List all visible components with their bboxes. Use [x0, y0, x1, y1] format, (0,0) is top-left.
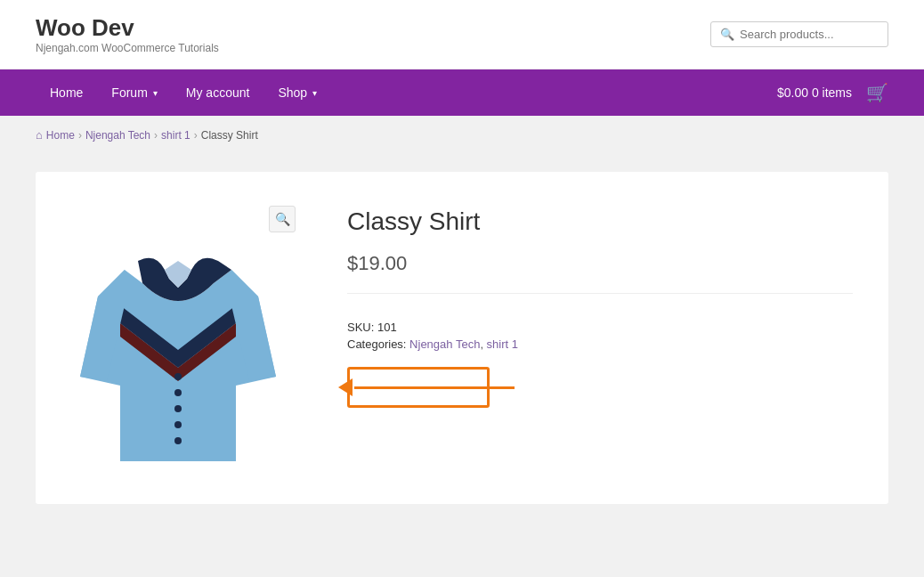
sku-value: 101 — [377, 321, 397, 334]
arrow-head-icon — [338, 378, 353, 396]
main-content: 🔍 — [0, 154, 924, 540]
nav-item-forum[interactable]: Forum ▾ — [97, 69, 171, 116]
site-header: Woo Dev Njengah.com WooCommerce Tutorial… — [0, 0, 924, 69]
categories-label: Categories: — [347, 337, 406, 351]
svg-point-1 — [174, 389, 182, 396]
product-card: 🔍 — [36, 172, 888, 504]
svg-point-3 — [174, 421, 182, 428]
cart-icon[interactable]: 🛒 — [866, 82, 888, 103]
search-form[interactable]: 🔍 — [710, 21, 888, 47]
site-title: Woo Dev — [36, 14, 219, 42]
annotation-arrow — [500, 378, 515, 396]
svg-point-2 — [174, 405, 182, 412]
breadcrumb-njengah-tech[interactable]: Njengah Tech — [85, 129, 150, 142]
product-title: Classy Shirt — [347, 207, 853, 236]
category-shirt1[interactable]: shirt 1 — [487, 337, 518, 351]
breadcrumb: ⌂ Home › Njengah Tech › shirt 1 › Classy… — [0, 116, 924, 154]
nav-item-home[interactable]: Home — [36, 69, 97, 116]
shop-chevron-icon: ▾ — [312, 88, 317, 98]
sku-row: SKU: 101 — [347, 321, 853, 334]
product-image-wrap: 🔍 — [71, 199, 303, 477]
category-njengah-tech[interactable]: Njengah Tech — [409, 337, 480, 351]
cart-area: $0.00 0 items 🛒 — [777, 82, 888, 103]
nav-item-myaccount[interactable]: My account — [172, 69, 264, 116]
home-icon: ⌂ — [36, 128, 43, 142]
search-icon: 🔍 — [720, 28, 734, 41]
categories-row: Categories: Njengah Tech, shirt 1 — [347, 337, 853, 351]
highlighted-area — [347, 367, 853, 408]
forum-chevron-icon: ▾ — [153, 88, 158, 98]
svg-point-0 — [174, 373, 182, 380]
product-image — [71, 199, 285, 475]
site-nav: Home Forum ▾ My account Shop ▾ $0.00 0 i… — [0, 69, 924, 116]
arrow-line — [354, 386, 515, 389]
site-branding: Woo Dev Njengah.com WooCommerce Tutorial… — [36, 14, 219, 54]
nav-item-shop[interactable]: Shop ▾ — [263, 69, 331, 116]
product-price: $19.00 — [347, 252, 853, 294]
nav-links: Home Forum ▾ My account Shop ▾ — [36, 69, 331, 116]
site-tagline: Njengah.com WooCommerce Tutorials — [36, 42, 219, 54]
product-details: Classy Shirt $19.00 SKU: 101 Categories:… — [347, 199, 853, 477]
breadcrumb-current: Classy Shirt — [201, 129, 258, 142]
zoom-button[interactable]: 🔍 — [269, 206, 296, 232]
search-input[interactable] — [740, 28, 879, 41]
product-meta: SKU: 101 Categories: Njengah Tech, shirt… — [347, 312, 853, 351]
breadcrumb-shirt1[interactable]: shirt 1 — [161, 129, 190, 142]
cart-total: $0.00 0 items — [777, 85, 852, 100]
sku-label: SKU: — [347, 321, 374, 334]
svg-point-4 — [174, 437, 182, 444]
breadcrumb-home[interactable]: Home — [46, 129, 75, 142]
